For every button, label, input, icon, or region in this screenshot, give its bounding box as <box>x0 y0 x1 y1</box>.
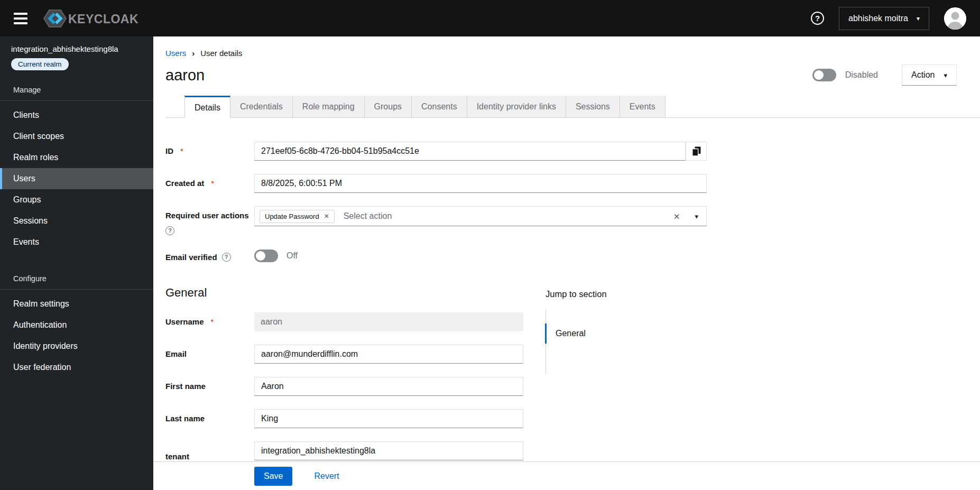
tab-details[interactable]: Details <box>184 96 230 118</box>
jump-to-section-title: Jump to section <box>546 289 662 299</box>
main-content: Users › User details aaron Disabled Acti… <box>153 36 980 490</box>
hamburger-menu-icon[interactable] <box>12 10 30 27</box>
brand-text: KEYCLOAK <box>68 12 138 25</box>
avatar-person-icon <box>944 7 966 30</box>
masthead: KEYCLOAK ? abhishek moitra ▾ <box>0 0 980 36</box>
sidebar-item-client-scopes[interactable]: Client scopes <box>0 126 153 147</box>
page-title: aaron <box>165 66 205 84</box>
keycloak-logo-icon: KEYCLOAK <box>43 10 138 27</box>
nav-section-title-manage: Manage <box>0 80 153 101</box>
username-label: Username <box>165 317 204 326</box>
save-button[interactable]: Save <box>254 467 292 486</box>
tab-role-mapping[interactable]: Role mapping <box>293 96 365 118</box>
jump-to-section-panel: Jump to section General <box>546 289 662 374</box>
breadcrumb-users-link[interactable]: Users <box>165 49 186 58</box>
last-name-label: Last name <box>165 414 205 423</box>
created-at-label: Created at <box>165 179 204 188</box>
nav-section-title-configure: Configure <box>0 269 153 290</box>
tab-sessions[interactable]: Sessions <box>566 96 620 118</box>
user-tabs: Details Credentials Role mapping Groups … <box>153 96 980 118</box>
user-menu-dropdown[interactable]: abhishek moitra ▾ <box>839 7 929 30</box>
email-label: Email <box>165 349 187 358</box>
form-actions-footer: Save Revert <box>153 461 980 490</box>
required-asterisk: * <box>211 179 214 188</box>
email-input[interactable] <box>254 345 523 364</box>
required-user-actions-label: Required user actions <box>165 211 249 220</box>
sidebar-item-sessions[interactable]: Sessions <box>0 210 153 232</box>
enabled-toggle-label: Disabled <box>845 70 878 80</box>
realm-name: integration_abhishektesting8la <box>11 44 142 53</box>
sidebar-item-authentication[interactable]: Authentication <box>0 315 153 336</box>
chevron-down-icon[interactable]: ▾ <box>695 213 698 220</box>
id-label: ID <box>165 146 173 155</box>
tab-groups[interactable]: Groups <box>365 96 412 118</box>
first-name-input[interactable] <box>254 377 523 396</box>
user-name: abhishek moitra <box>848 14 908 23</box>
breadcrumb-current: User details <box>200 49 242 58</box>
action-dropdown-label: Action <box>911 70 935 80</box>
first-name-label: First name <box>165 382 206 391</box>
current-realm-badge: Current realm <box>11 58 69 70</box>
help-icon[interactable]: ? <box>165 226 174 235</box>
tab-identity-provider-links[interactable]: Identity provider links <box>467 96 566 118</box>
update-password-chip: Update Password ✕ <box>260 210 335 223</box>
clear-selection-icon[interactable]: ✕ <box>673 212 680 220</box>
tenant-input[interactable] <box>254 441 523 460</box>
last-name-input[interactable] <box>254 409 523 428</box>
sidebar-item-groups[interactable]: Groups <box>0 189 153 210</box>
avatar[interactable] <box>944 7 966 30</box>
username-input <box>254 312 523 331</box>
sidebar-item-realm-settings[interactable]: Realm settings <box>0 293 153 315</box>
sidebar-item-realm-roles[interactable]: Realm roles <box>0 147 153 168</box>
breadcrumb-chevron-icon: › <box>192 49 195 57</box>
copy-icon <box>692 146 701 156</box>
email-verified-label: Email verified <box>165 253 217 262</box>
sidebar-item-user-federation[interactable]: User federation <box>0 357 153 378</box>
revert-button[interactable]: Revert <box>314 471 339 481</box>
chip-remove-icon[interactable]: ✕ <box>324 213 329 219</box>
email-verified-toggle[interactable] <box>254 249 278 262</box>
chevron-down-icon: ▾ <box>944 72 947 79</box>
sidebar-item-users[interactable]: Users <box>0 168 153 189</box>
created-at-input[interactable] <box>254 174 707 193</box>
tab-events[interactable]: Events <box>620 96 665 118</box>
sidebar-item-clients[interactable]: Clients <box>0 105 153 126</box>
chevron-down-icon: ▾ <box>917 15 920 22</box>
enabled-toggle[interactable] <box>812 69 836 81</box>
nav-section-manage: Manage Clients Client scopes Realm roles… <box>0 80 153 253</box>
help-icon[interactable]: ? <box>811 12 824 25</box>
copy-button[interactable] <box>686 142 707 161</box>
required-asterisk: * <box>211 317 214 326</box>
help-icon[interactable]: ? <box>222 253 231 262</box>
required-asterisk: * <box>180 146 183 155</box>
nav-section-configure: Configure Realm settings Authentication … <box>0 269 153 378</box>
chip-label: Update Password <box>265 212 319 220</box>
tab-consents[interactable]: Consents <box>412 96 467 118</box>
tenant-label: tenant <box>165 452 189 461</box>
required-user-actions-select[interactable]: Update Password ✕ Select action ✕ ▾ <box>254 206 707 226</box>
jump-item-general[interactable]: General <box>545 323 662 344</box>
keycloak-logo[interactable]: KEYCLOAK <box>43 10 138 27</box>
action-dropdown[interactable]: Action ▾ <box>902 64 957 86</box>
email-verified-state: Off <box>286 251 298 261</box>
tab-credentials[interactable]: Credentials <box>230 96 293 118</box>
sidebar: integration_abhishektesting8la Current r… <box>0 36 153 490</box>
select-action-placeholder: Select action <box>344 211 392 221</box>
breadcrumb: Users › User details <box>153 36 980 58</box>
sidebar-item-events[interactable]: Events <box>0 232 153 253</box>
id-input[interactable] <box>254 142 686 161</box>
sidebar-item-identity-providers[interactable]: Identity providers <box>0 336 153 357</box>
